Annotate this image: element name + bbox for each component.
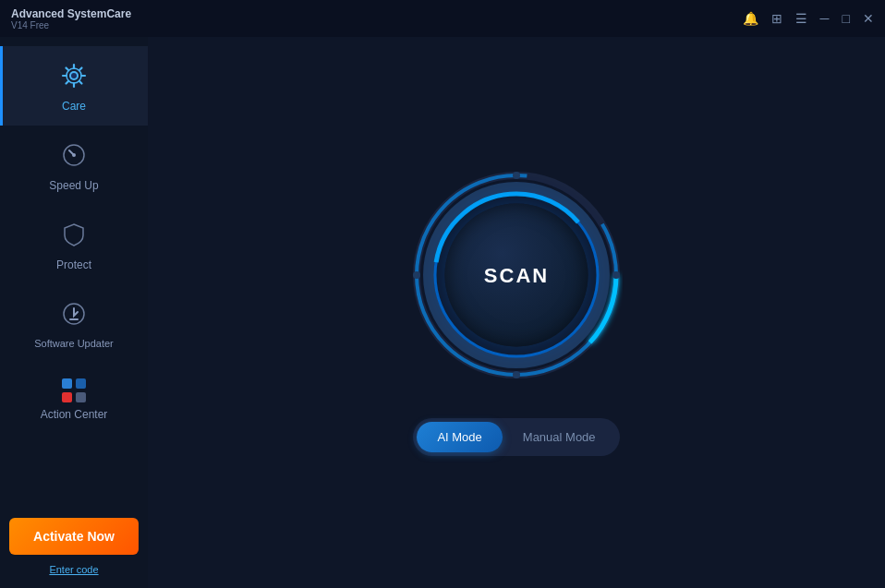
- speed-up-label: Speed Up: [49, 179, 98, 192]
- scan-button[interactable]: SCAN: [445, 204, 588, 347]
- close-icon[interactable]: ✕: [863, 11, 874, 26]
- software-updater-label: Software Updater: [34, 338, 114, 349]
- sidebar-item-speed-up[interactable]: Speed Up: [0, 126, 148, 205]
- main-content: SCAN AI Mode Manual Mode: [148, 37, 885, 588]
- svg-point-23: [612, 271, 620, 279]
- layers-icon[interactable]: ⊞: [771, 11, 782, 26]
- manual-mode-tab[interactable]: Manual Mode: [503, 422, 616, 452]
- maximize-icon[interactable]: □: [843, 11, 850, 26]
- svg-point-25: [413, 271, 420, 279]
- titlebar: Advanced SystemCare V14 Free 🔔 ⊞ ☰ ─ □ ✕: [0, 0, 885, 37]
- sidebar-item-care[interactable]: Care: [0, 46, 148, 126]
- minimize-icon[interactable]: ─: [820, 11, 830, 26]
- action-center-label: Action Center: [41, 408, 108, 421]
- ai-mode-tab[interactable]: AI Mode: [417, 422, 502, 452]
- sidebar: Care Speed Up Protect: [0, 37, 148, 588]
- scan-wrapper: SCAN AI Mode Manual Mode: [410, 169, 623, 456]
- scan-circle-container: SCAN: [410, 169, 623, 381]
- app-version: V14 Free: [11, 20, 131, 30]
- sidebar-item-action-center[interactable]: Action Center: [0, 362, 148, 434]
- menu-icon[interactable]: ☰: [795, 11, 807, 26]
- speed-up-icon: [61, 142, 87, 174]
- titlebar-controls: 🔔 ⊞ ☰ ─ □ ✕: [743, 11, 874, 26]
- svg-point-13: [72, 153, 76, 157]
- bell-icon[interactable]: 🔔: [743, 11, 758, 26]
- svg-point-1: [71, 73, 77, 78]
- sidebar-item-protect[interactable]: Protect: [0, 205, 148, 284]
- svg-point-22: [513, 172, 520, 179]
- app-title: Advanced SystemCare: [11, 7, 131, 20]
- care-label: Care: [62, 100, 86, 113]
- sidebar-item-software-updater[interactable]: Software Updater: [0, 284, 148, 362]
- activate-now-button[interactable]: Activate Now: [9, 518, 139, 555]
- enter-code-link[interactable]: Enter code: [49, 564, 98, 575]
- action-center-icon: [62, 378, 86, 402]
- mode-tabs: AI Mode Manual Mode: [413, 418, 619, 456]
- protect-label: Protect: [56, 258, 91, 271]
- protect-icon: [61, 222, 87, 253]
- software-updater-icon: [61, 301, 87, 332]
- main-layout: Care Speed Up Protect: [0, 37, 885, 588]
- titlebar-left: Advanced SystemCare V14 Free: [11, 7, 131, 30]
- svg-point-24: [513, 371, 520, 378]
- care-icon: [61, 63, 87, 94]
